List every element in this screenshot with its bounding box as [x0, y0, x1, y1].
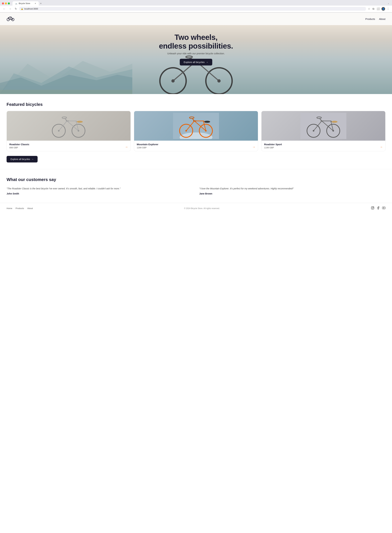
- url-display: localhost:3000: [24, 8, 364, 10]
- menu-button[interactable]: ⋮: [386, 7, 390, 11]
- svg-point-28: [77, 121, 83, 123]
- product-card-0[interactable]: Roadster Classic 899 GBP →: [7, 111, 131, 151]
- testimonials-section: What our customers say "The Roadster Cla…: [0, 169, 392, 203]
- tab-strip-chevron[interactable]: ›: [387, 2, 390, 5]
- explore-btn-arrow-icon: →: [31, 158, 34, 161]
- site-wrapper: Products About: [0, 13, 392, 214]
- svg-rect-8: [0, 90, 132, 94]
- svg-line-23: [67, 121, 79, 131]
- sidebar-button[interactable]: ⬜: [376, 7, 381, 11]
- testimonial-0: "The Roadster Classic is the best bicycl…: [7, 187, 193, 195]
- tab-bar: 🚲 Bicycle Store ✕ +: [13, 1, 385, 6]
- testimonial-text-1: "I love the Mountain Explorer. It's perf…: [199, 187, 385, 190]
- svg-point-42: [205, 130, 207, 132]
- tab-favicon-icon: 🚲: [15, 2, 17, 5]
- facebook-icon[interactable]: [377, 206, 380, 210]
- active-tab[interactable]: 🚲 Bicycle Store ✕: [13, 1, 39, 6]
- new-tab-button[interactable]: +: [39, 1, 43, 6]
- testimonial-text-0: "The Roadster Classic is the best bicycl…: [7, 187, 193, 190]
- hero-cta-label: Explore all bicycles: [184, 61, 205, 64]
- hero-title: Two wheels, endless possibilities.: [159, 33, 233, 50]
- svg-rect-43: [300, 113, 346, 139]
- svg-point-53: [332, 130, 334, 132]
- logo[interactable]: [7, 15, 14, 23]
- svg-point-26: [62, 117, 67, 118]
- svg-point-55: [372, 207, 373, 209]
- testimonials-title: What our customers say: [7, 177, 385, 182]
- hero-cta-arrow-icon: →: [206, 61, 208, 64]
- traffic-lights: [2, 2, 10, 5]
- explore-all-button[interactable]: Explore all bicycles →: [7, 156, 37, 162]
- product-info-2: Roadster Sport 1199 GBP →: [261, 141, 385, 151]
- product-card-1[interactable]: Mountain Explorer 1299 GBP →: [134, 111, 258, 151]
- svg-point-40: [204, 121, 210, 123]
- explore-btn-label: Explore all bicycles: [10, 158, 30, 161]
- svg-point-20: [217, 79, 221, 83]
- svg-point-29: [58, 130, 60, 132]
- svg-point-30: [78, 130, 79, 132]
- products-grid: Roadster Classic 899 GBP →: [7, 111, 385, 151]
- bookmark-button[interactable]: ☆: [367, 7, 371, 11]
- svg-marker-57: [383, 208, 384, 209]
- product-name-1: Mountain Explorer: [137, 143, 159, 146]
- youtube-icon[interactable]: [382, 206, 385, 210]
- product-arrow-2[interactable]: →: [380, 145, 383, 149]
- product-price-0: 899 GBP: [9, 146, 29, 149]
- testimonial-1: "I love the Mountain Explorer. It's perf…: [199, 187, 385, 195]
- svg-rect-54: [371, 207, 374, 209]
- footer-link-products[interactable]: Products: [16, 207, 24, 209]
- featured-title: Featured bicycles: [7, 102, 385, 107]
- profile-button[interactable]: 👤: [382, 7, 385, 11]
- product-bike-svg-1: [173, 113, 219, 139]
- product-info-1: Mountain Explorer 1299 GBP →: [134, 141, 258, 151]
- product-price-2: 1199 GBP: [264, 146, 282, 149]
- instagram-icon[interactable]: [371, 206, 374, 210]
- product-info-0: Roadster Classic 899 GBP →: [7, 141, 131, 151]
- tab-close-icon[interactable]: ✕: [35, 2, 36, 5]
- svg-line-25: [65, 119, 67, 121]
- product-card-2[interactable]: Roadster Sport 1199 GBP →: [261, 111, 385, 151]
- product-name-2: Roadster Sport: [264, 143, 282, 146]
- hero-content: Two wheels, endless possibilities. Unlea…: [159, 33, 233, 65]
- testimonials-grid: "The Roadster Classic is the best bicycl…: [7, 187, 385, 195]
- testimonial-author-1: Jane Brown: [199, 192, 385, 195]
- svg-point-52: [313, 130, 314, 132]
- svg-point-19: [171, 79, 175, 83]
- nav-about[interactable]: About: [379, 18, 385, 20]
- footer-social: [371, 206, 385, 210]
- forward-button[interactable]: →: [8, 7, 13, 11]
- traffic-light-close[interactable]: [2, 2, 4, 5]
- site-footer: Home Products About © 2024 Bicycle Store…: [0, 203, 392, 214]
- footer-copyright: © 2024 Bicycle Store. All rights reserve…: [184, 207, 220, 209]
- toolbar-icons: ☆ ⧉ ⬜ 👤 ⋮: [367, 7, 390, 11]
- nav-products[interactable]: Products: [365, 18, 375, 20]
- product-arrow-0[interactable]: →: [125, 145, 128, 149]
- hero-cta-button[interactable]: Explore all bicycles →: [180, 59, 212, 65]
- back-button[interactable]: ←: [2, 7, 7, 11]
- product-name-0: Roadster Classic: [9, 143, 29, 146]
- lock-icon: 🔒: [21, 8, 23, 10]
- product-image-0: [7, 111, 131, 141]
- footer-link-about[interactable]: About: [27, 207, 33, 209]
- traffic-light-minimize[interactable]: [5, 2, 7, 5]
- browser-toolbar: ← → ↻ 🔒 localhost:3000 ☆ ⧉ ⬜ 👤 ⋮: [0, 6, 392, 13]
- logo-icon: [7, 15, 14, 23]
- footer-links: Home Products About: [7, 207, 33, 209]
- testimonial-author-0: John Smith: [7, 192, 193, 195]
- traffic-light-maximize[interactable]: [8, 2, 10, 5]
- hero-mountains-illustration: [0, 53, 132, 94]
- site-header: Products About: [0, 13, 392, 25]
- product-arrow-1[interactable]: →: [252, 145, 255, 149]
- product-bike-svg-0: [46, 113, 92, 139]
- featured-section: Featured bicycles: [0, 94, 392, 169]
- main-nav: Products About: [365, 18, 385, 20]
- product-price-1: 1299 GBP: [137, 146, 159, 149]
- browser-titlebar: 🚲 Bicycle Store ✕ + ›: [0, 0, 392, 6]
- footer-link-home[interactable]: Home: [7, 207, 12, 209]
- product-image-2: [261, 111, 385, 141]
- extensions-button[interactable]: ⧉: [372, 7, 375, 11]
- address-bar[interactable]: 🔒 localhost:3000: [19, 7, 366, 11]
- refresh-button[interactable]: ↻: [14, 7, 18, 11]
- svg-point-56: [373, 207, 374, 207]
- tab-title: Bicycle Store: [19, 2, 30, 5]
